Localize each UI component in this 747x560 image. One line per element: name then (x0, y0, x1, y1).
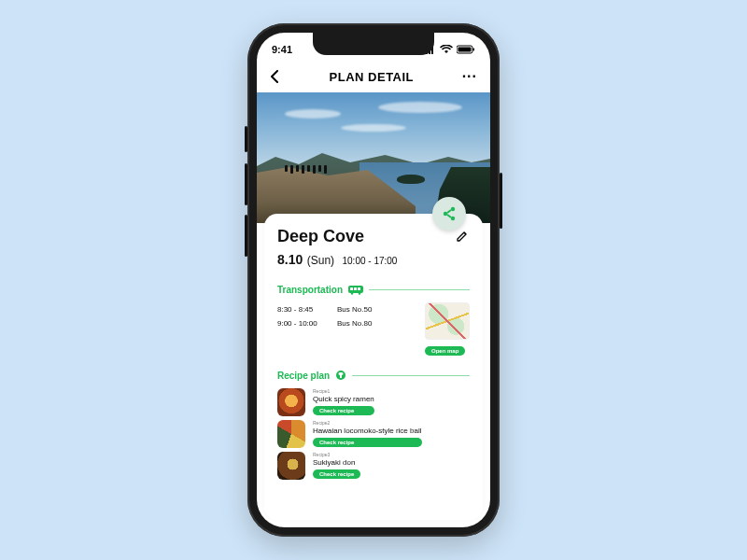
open-map-button[interactable]: Open map (425, 346, 465, 356)
app-header: PLAN DETAIL ··· (257, 61, 490, 92)
plan-time: 10:00 - 17:00 (343, 256, 398, 266)
recipe-item[interactable]: Recipe1 Quick spicy ramen Check recipe (277, 388, 470, 416)
edit-button[interactable] (455, 229, 470, 247)
back-button[interactable] (270, 70, 281, 83)
svg-point-7 (451, 207, 455, 211)
svg-point-8 (444, 212, 447, 216)
transport-time: 9:00 - 10:00 (277, 316, 324, 330)
transportation-label: Transportation (277, 285, 343, 295)
svg-point-16 (359, 292, 360, 294)
recipe-tag: Recipe2 (313, 420, 422, 426)
svg-rect-5 (458, 48, 472, 52)
phone-frame: 9:41 PLAN DETAIL ··· (247, 23, 500, 537)
plan-day: (Sun) (307, 254, 334, 267)
plan-date: 8.10 (277, 252, 303, 267)
recipe-tag: Recipe1 (313, 388, 374, 394)
svg-rect-14 (358, 287, 360, 290)
transport-line: Bus No.50 (337, 302, 372, 316)
transportation-section: Transportation 8:30 - 8:45 Bus No.50 9:0… (277, 285, 470, 357)
svg-point-9 (451, 217, 455, 220)
recipe-thumbnail (277, 420, 305, 448)
share-button[interactable] (432, 197, 466, 231)
plan-datetime: 8.10 (Sun) 10:00 - 17:00 (277, 251, 470, 268)
map-thumbnail[interactable] (425, 302, 470, 340)
recipe-tag: Recipe3 (313, 452, 360, 457)
recipe-thumbnail (277, 452, 305, 480)
notch (313, 33, 434, 55)
check-recipe-button[interactable]: Check recipe (313, 438, 422, 447)
detail-panel: Deep Cove 8.10 (Sun) 10:00 - 17:00 Trans… (264, 214, 483, 520)
recipe-item[interactable]: Recipe2 Hawaian locomoko-style rice ball… (277, 420, 470, 448)
transport-row: 8:30 - 8:45 Bus No.50 (277, 302, 416, 316)
battery-icon (457, 45, 475, 54)
plan-title: Deep Cove (277, 227, 364, 246)
recipe-name: Quick spicy ramen (313, 395, 374, 403)
recipe-name: Hawaian locomoko-style rice ball (313, 427, 422, 435)
recipe-item[interactable]: Recipe3 Sukiyaki don Check recipe (277, 452, 470, 480)
status-time: 9:41 (272, 44, 292, 55)
screen: 9:41 PLAN DETAIL ··· (257, 33, 490, 527)
bus-icon (348, 286, 363, 295)
transport-line: Bus No.80 (337, 316, 372, 330)
svg-point-15 (351, 292, 353, 294)
recipe-icon (335, 370, 346, 381)
check-recipe-button[interactable]: Check recipe (313, 406, 374, 415)
share-icon (441, 205, 458, 222)
check-recipe-button[interactable]: Check recipe (313, 469, 360, 479)
wifi-icon (440, 45, 453, 54)
svg-rect-12 (350, 287, 353, 290)
recipe-plan-label: Recipe plan (277, 371, 330, 381)
recipe-name: Sukiyaki don (313, 458, 360, 467)
transport-time: 8:30 - 8:45 (277, 302, 324, 316)
svg-rect-13 (354, 287, 357, 290)
transport-row: 9:00 - 10:00 Bus No.80 (277, 316, 416, 330)
recipe-section: Recipe plan Recipe1 Quick spicy ramen Ch… (277, 370, 470, 480)
recipe-thumbnail (277, 388, 305, 416)
page-title: PLAN DETAIL (330, 70, 414, 84)
svg-rect-6 (473, 49, 475, 51)
more-button[interactable]: ··· (462, 69, 477, 84)
